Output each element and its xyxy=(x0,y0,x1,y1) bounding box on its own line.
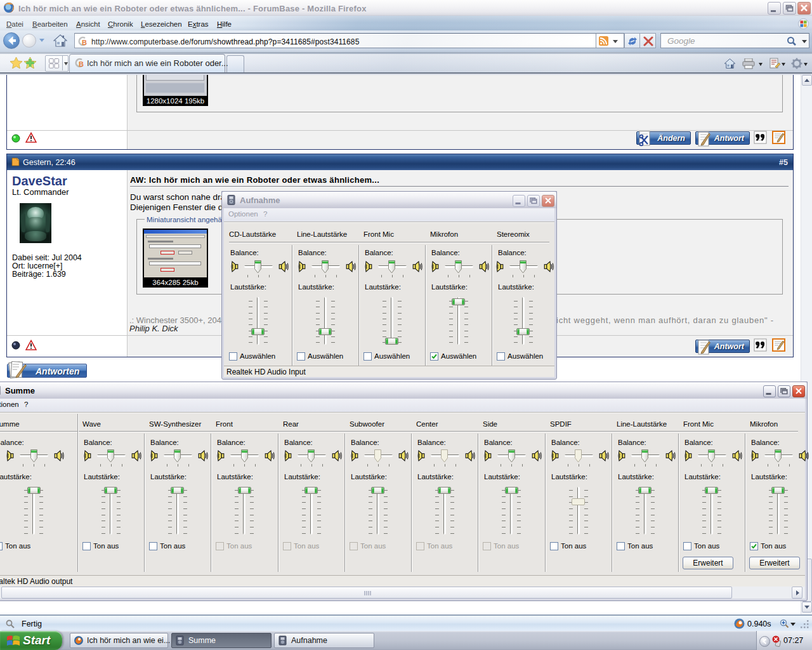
svg-text:B: B xyxy=(79,60,84,68)
svg-text:B: B xyxy=(82,39,87,46)
